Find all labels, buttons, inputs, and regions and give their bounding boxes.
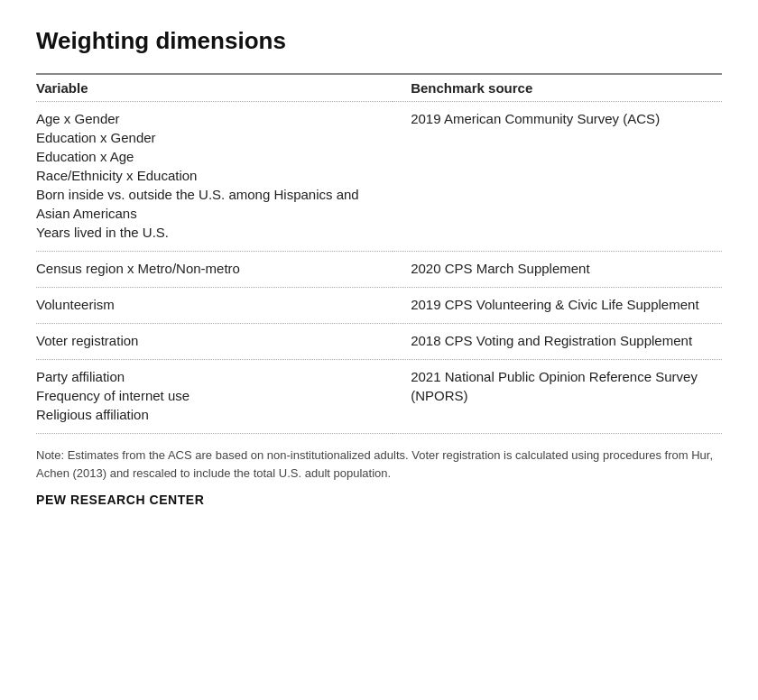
- benchmark-text: 2020 CPS March Supplement: [411, 261, 589, 276]
- page-title: Weighting dimensions: [36, 27, 722, 55]
- benchmark-text: 2018 CPS Voting and Registration Supplem…: [411, 333, 692, 348]
- variable-cell: Volunteerism: [36, 288, 393, 324]
- note-text: Note: Estimates from the ACS are based o…: [36, 448, 713, 480]
- variable-cell: Voter registration: [36, 324, 393, 360]
- list-item: Education x Gender: [36, 128, 393, 147]
- benchmark-text: 2019 American Community Survey (ACS): [411, 111, 660, 126]
- note-section: Note: Estimates from the ACS are based o…: [36, 447, 722, 482]
- list-item: Voter registration: [36, 331, 393, 350]
- variable-cell: Age x GenderEducation x GenderEducation …: [36, 102, 393, 252]
- list-item: Party affiliation: [36, 367, 393, 386]
- table-row: Voter registration2018 CPS Voting and Re…: [36, 324, 722, 360]
- benchmark-cell: 2020 CPS March Supplement: [393, 252, 722, 288]
- list-item: Born inside vs. outside the U.S. among H…: [36, 185, 393, 223]
- list-item: Education x Age: [36, 147, 393, 166]
- weighting-table: Variable Benchmark source Age x GenderEd…: [36, 73, 722, 434]
- benchmark-cell: 2019 CPS Volunteering & Civic Life Suppl…: [393, 288, 722, 324]
- variable-cell: Census region x Metro/Non-metro: [36, 252, 393, 288]
- benchmark-cell: 2021 National Public Opinion Reference S…: [393, 360, 722, 434]
- pew-research-label: PEW RESEARCH CENTER: [36, 493, 722, 507]
- list-item: Religious affiliation: [36, 405, 393, 424]
- table-header-row: Variable Benchmark source: [36, 74, 722, 102]
- table-row: Census region x Metro/Non-metro2020 CPS …: [36, 252, 722, 288]
- table-row: Age x GenderEducation x GenderEducation …: [36, 102, 722, 252]
- table-row: Volunteerism2019 CPS Volunteering & Civi…: [36, 288, 722, 324]
- variable-cell: Party affiliationFrequency of internet u…: [36, 360, 393, 434]
- list-item: Volunteerism: [36, 295, 393, 314]
- list-item: Census region x Metro/Non-metro: [36, 259, 393, 278]
- column-header-variable: Variable: [36, 74, 393, 102]
- list-item: Frequency of internet use: [36, 386, 393, 405]
- benchmark-cell: 2018 CPS Voting and Registration Supplem…: [393, 324, 722, 360]
- list-item: Age x Gender: [36, 109, 393, 128]
- table-row: Party affiliationFrequency of internet u…: [36, 360, 722, 434]
- benchmark-cell: 2019 American Community Survey (ACS): [393, 102, 722, 252]
- list-item: Years lived in the U.S.: [36, 223, 393, 242]
- benchmark-text: 2019 CPS Volunteering & Civic Life Suppl…: [411, 297, 698, 312]
- column-header-benchmark: Benchmark source: [393, 74, 722, 102]
- benchmark-text: 2021 National Public Opinion Reference S…: [411, 369, 698, 403]
- list-item: Race/Ethnicity x Education: [36, 166, 393, 185]
